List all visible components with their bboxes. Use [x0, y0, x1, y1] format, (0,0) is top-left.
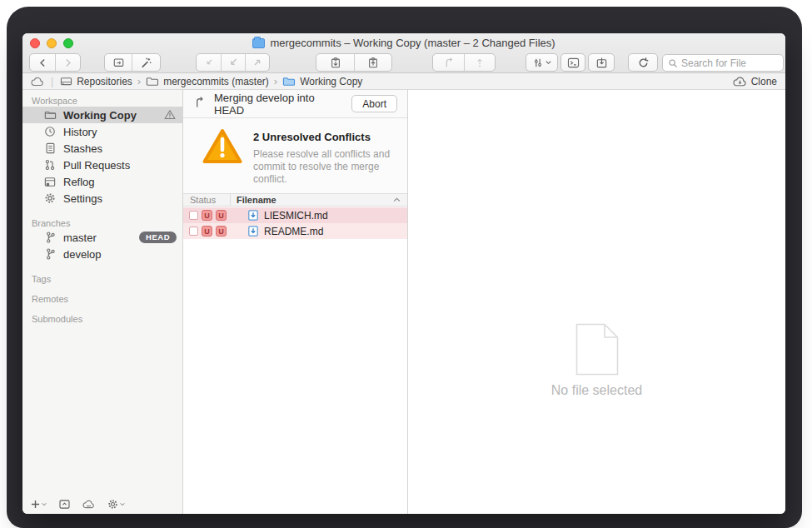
merge-banner-message: Merging develop into HEAD	[214, 92, 343, 117]
sidebar-item-label: Reflog	[63, 176, 95, 188]
app-window: mergecommits – Working Copy (master – 2 …	[22, 33, 785, 514]
pull-button[interactable]	[221, 54, 245, 71]
breadcrumb-repo[interactable]: mergecommits (master)	[146, 76, 269, 87]
conflict-warning-icon	[164, 109, 176, 122]
fetch-button[interactable]	[197, 54, 221, 71]
push-icon	[252, 57, 263, 68]
rebase-button[interactable]	[464, 54, 495, 71]
search-input[interactable]	[681, 57, 773, 69]
sidebar-item-branch-master[interactable]: master HEAD	[22, 229, 182, 246]
push-button[interactable]	[245, 54, 269, 71]
column-header-status[interactable]: Status	[183, 194, 231, 206]
sidebar-item-settings[interactable]: Settings	[22, 190, 182, 207]
branch-icon	[43, 248, 57, 260]
sidebar-item-label: History	[63, 126, 97, 138]
sidebar-section-remotes[interactable]: Remotes	[22, 293, 182, 305]
sidebar-section-submodules[interactable]: Submodules	[22, 313, 182, 325]
sort-ascending-icon	[393, 197, 401, 202]
empty-doc-icon	[575, 323, 619, 379]
sidebar-item-working-copy[interactable]: Working Copy	[22, 107, 182, 123]
stage-checkbox[interactable]	[189, 211, 198, 220]
file-search-field[interactable]	[662, 54, 784, 72]
add-repository-button[interactable]	[31, 500, 47, 509]
pop-stash-icon	[367, 57, 379, 69]
pop-stash-button[interactable]	[354, 54, 391, 71]
status-badge-ours: U	[202, 226, 212, 237]
breadcrumb-working-copy[interactable]: Working Copy	[282, 76, 362, 87]
stage-checkbox[interactable]	[189, 227, 198, 236]
sidebar-section-branches[interactable]: Branches	[22, 217, 182, 229]
back-button[interactable]	[30, 54, 55, 71]
sidebar-item-label: Working Copy	[63, 109, 137, 122]
remote-accounts-button[interactable]	[82, 500, 95, 509]
drive-icon	[60, 76, 72, 87]
sidebar-item-history[interactable]: History	[22, 123, 182, 140]
forward-button[interactable]	[55, 54, 80, 71]
window-folder-icon	[252, 38, 265, 48]
quick-launch-button[interactable]	[132, 54, 160, 71]
conflict-description: Please resolve all conflicts and commit …	[253, 148, 396, 186]
breadcrumb-repositories[interactable]: Repositories	[60, 76, 132, 87]
abort-merge-button[interactable]: Abort	[351, 95, 397, 112]
chevron-separator-icon: ›	[274, 75, 277, 87]
archive-button[interactable]	[589, 54, 614, 71]
forward-icon	[62, 57, 73, 68]
toggle-panel-button[interactable]	[59, 500, 70, 509]
title-bar: mergecommits – Working Copy (master – 2 …	[22, 36, 785, 50]
back-icon	[37, 57, 48, 68]
clone-icon	[733, 77, 747, 87]
table-row-liesmich[interactable]: U U LIESMICH.md	[183, 207, 407, 223]
panel-icon	[59, 500, 70, 509]
window-title: mergecommits – Working Copy (master – 2 …	[270, 37, 555, 49]
sidebar-item-branch-develop[interactable]: develop	[22, 246, 182, 262]
sidebar-item-pull-requests[interactable]: Pull Requests	[22, 157, 182, 173]
merge-button[interactable]	[433, 54, 464, 71]
file-table-header: Status Filename	[183, 193, 407, 207]
breadcrumb-working-copy-label: Working Copy	[300, 76, 362, 87]
md-file-icon	[248, 226, 258, 237]
sidebar-item-stashes[interactable]: Stashes	[22, 140, 182, 157]
chevron-down-icon	[42, 502, 47, 506]
md-file-icon	[248, 210, 258, 221]
fetch-icon	[203, 57, 215, 68]
column-header-filename[interactable]: Filename	[231, 195, 393, 205]
refresh-button[interactable]	[629, 54, 657, 71]
merge-in-progress-icon	[193, 96, 206, 112]
cloud-accounts-button[interactable]	[31, 77, 44, 87]
pull-request-icon	[43, 159, 57, 171]
conflict-title: 2 Unresolved Conflicts	[253, 131, 371, 143]
stash-button[interactable]	[316, 54, 354, 71]
stash-icon	[330, 57, 341, 69]
terminal-button[interactable]	[561, 54, 585, 71]
breadcrumb-divider: |	[51, 76, 53, 87]
file-list-panel: Merging develop into HEAD Abort 2 Unreso…	[183, 90, 408, 514]
cloud-icon	[82, 500, 95, 509]
breadcrumb-repo-label: mergecommits (master)	[163, 76, 269, 87]
search-icon	[668, 58, 678, 68]
table-row-readme[interactable]: U U README.md	[183, 223, 407, 239]
branch-tools-dropdown-button[interactable]	[526, 54, 557, 71]
sidebar-item-label: Pull Requests	[63, 159, 130, 172]
sidebar-item-reflog[interactable]: Reflog	[22, 173, 182, 190]
sidebar-section-tags[interactable]: Tags	[22, 273, 182, 285]
head-badge: HEAD	[139, 232, 177, 243]
breadcrumb-bar: | Repositories › mergecommits (master) ›…	[22, 73, 785, 90]
conflict-notice: 2 Unresolved Conflicts Please resolve al…	[183, 118, 407, 193]
terminal-icon	[567, 57, 580, 68]
sidebar-section-workspace[interactable]: Workspace	[22, 95, 182, 107]
sidebar-item-label: develop	[63, 248, 102, 261]
plus-icon	[31, 500, 40, 509]
filename-label: LIESMICH.md	[264, 210, 328, 222]
warning-triangle-icon	[202, 127, 243, 168]
settings-menu-button[interactable]	[107, 499, 125, 510]
filename-label: README.md	[264, 226, 323, 237]
sidebar-item-label: Stashes	[63, 142, 102, 155]
chevron-down-icon	[120, 502, 125, 506]
clone-button[interactable]: Clone	[733, 76, 777, 87]
no-file-selected-message: No file selected	[408, 383, 785, 398]
repository-manager-button[interactable]	[105, 54, 132, 71]
toolbar	[22, 53, 785, 73]
main-content: Workspace Working Copy History	[22, 90, 785, 514]
branch-tools-icon	[533, 57, 543, 68]
repository-manager-icon	[112, 57, 125, 68]
